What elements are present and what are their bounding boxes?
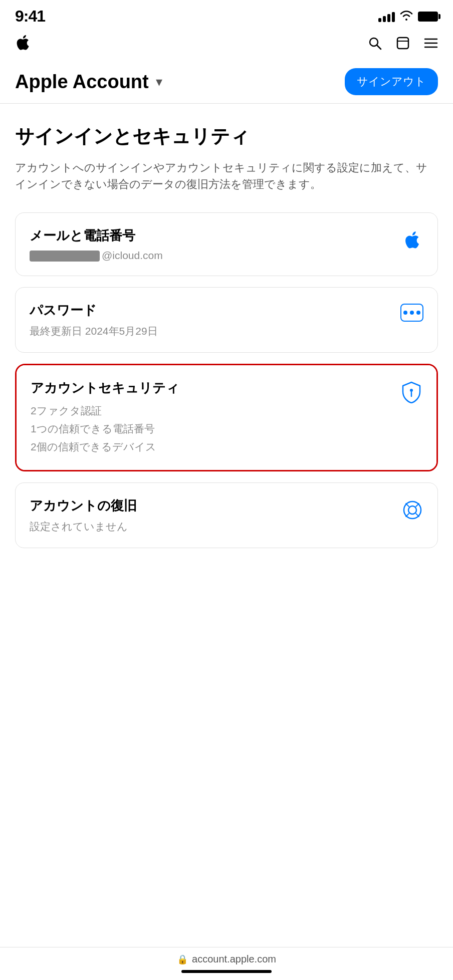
password-content: パスワード 最終更新日 2024年5月29日 (30, 302, 390, 338)
account-recovery-title: アカウントの復旧 (30, 497, 391, 515)
shield-icon (400, 381, 422, 403)
tab-icon[interactable] (396, 36, 410, 53)
dots-box-icon (400, 304, 423, 322)
two-factor-line: 2ファクタ認証 (31, 402, 390, 420)
account-security-highlighted: アカウントセキュリティ 2ファクタ認証 1つの信頼できる電話番号 2個の信頼でき… (15, 364, 438, 471)
account-recovery-content: アカウントの復旧 設定されていません (30, 497, 391, 534)
email-phone-subtitle: @icloud.com (30, 250, 391, 262)
wifi-icon (400, 10, 413, 24)
chevron-down-icon[interactable]: ▾ (156, 74, 162, 90)
main-content: サインインとセキュリティ アカウントへのサインインやアカウントセキュリティに関す… (0, 104, 453, 569)
password-subtitle: 最終更新日 2024年5月29日 (30, 324, 390, 338)
svg-point-7 (410, 389, 413, 392)
bottom-bar: 🔒 account.apple.com (0, 947, 453, 980)
password-title: パスワード (30, 302, 390, 319)
account-recovery-subtitle: 設定されていません (30, 520, 391, 534)
status-bar: 9:41 (0, 0, 453, 31)
nav-icons (368, 36, 438, 53)
menu-icon[interactable] (424, 37, 438, 52)
account-security-content: アカウントセキュリティ 2ファクタ認証 1つの信頼できる電話番号 2個の信頼でき… (31, 379, 390, 455)
apple-icon (401, 229, 423, 251)
account-security-card[interactable]: アカウントセキュリティ 2ファクタ認証 1つの信頼できる電話番号 2個の信頼でき… (17, 365, 436, 469)
section-title: サインインとセキュリティ (15, 124, 438, 149)
email-phone-content: メールと電話番号 @icloud.com (30, 227, 391, 262)
page-title: Apple Account (15, 71, 149, 93)
apple-logo (15, 35, 31, 54)
url-text: account.apple.com (192, 953, 276, 965)
password-icon (400, 304, 423, 322)
svg-point-10 (408, 506, 416, 514)
password-card[interactable]: パスワード 最終更新日 2024年5月29日 (15, 287, 438, 353)
bottom-url: 🔒 account.apple.com (0, 953, 453, 965)
account-recovery-card[interactable]: アカウントの復旧 設定されていません (15, 482, 438, 548)
section-description: アカウントへのサインインやアカウントセキュリティに関する設定に加えて、サインイン… (15, 159, 438, 192)
svg-line-1 (377, 45, 381, 49)
nav-bar (0, 31, 453, 60)
signal-icon (378, 11, 395, 22)
redacted-email (30, 251, 100, 262)
trusted-phone-line: 1つの信頼できる電話番号 (31, 420, 390, 438)
svg-rect-2 (397, 38, 408, 49)
sign-out-button[interactable]: サインアウト (345, 68, 438, 95)
account-security-title: アカウントセキュリティ (31, 379, 390, 397)
status-icons (378, 10, 438, 24)
email-phone-title: メールと電話番号 (30, 227, 391, 244)
home-indicator (181, 970, 272, 973)
search-icon[interactable] (368, 36, 382, 53)
status-time: 9:41 (15, 7, 45, 26)
trusted-devices-line: 2個の信頼できるデバイス (31, 438, 390, 456)
account-security-details: 2ファクタ認証 1つの信頼できる電話番号 2個の信頼できるデバイス (31, 402, 390, 455)
lock-icon: 🔒 (177, 954, 188, 965)
battery-icon (418, 12, 438, 22)
page-header: Apple Account ▾ サインアウト (0, 60, 453, 104)
email-phone-card[interactable]: メールと電話番号 @icloud.com (15, 212, 438, 276)
header-title-area[interactable]: Apple Account ▾ (15, 71, 162, 93)
lifebuoy-icon (401, 499, 423, 521)
